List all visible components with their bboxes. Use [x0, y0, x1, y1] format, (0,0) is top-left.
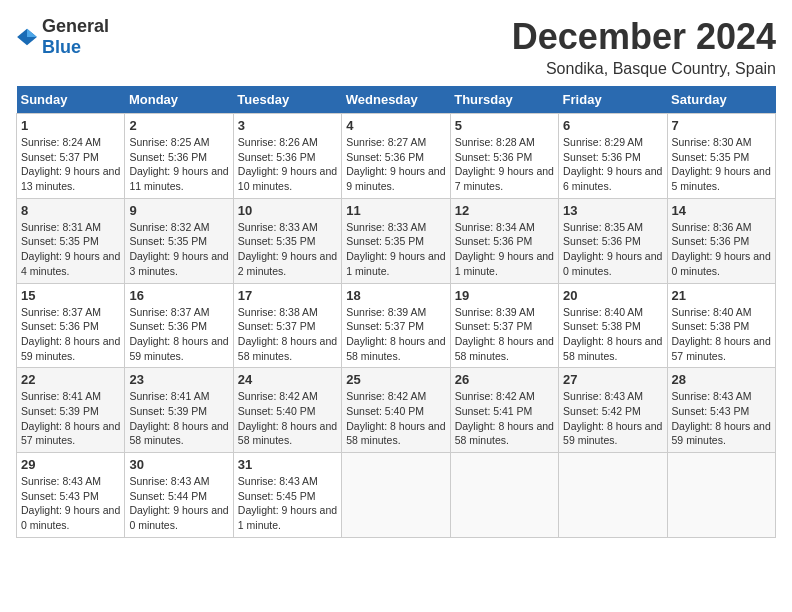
- day-info: Sunrise: 8:41 AM Sunset: 5:39 PM Dayligh…: [129, 389, 228, 448]
- calendar-cell: 31Sunrise: 8:43 AM Sunset: 5:45 PM Dayli…: [233, 453, 341, 538]
- day-info: Sunrise: 8:43 AM Sunset: 5:43 PM Dayligh…: [21, 474, 120, 533]
- day-number: 17: [238, 288, 337, 303]
- day-number: 3: [238, 118, 337, 133]
- calendar-cell: 22Sunrise: 8:41 AM Sunset: 5:39 PM Dayli…: [17, 368, 125, 453]
- day-info: Sunrise: 8:42 AM Sunset: 5:41 PM Dayligh…: [455, 389, 554, 448]
- calendar-cell: 27Sunrise: 8:43 AM Sunset: 5:42 PM Dayli…: [559, 368, 667, 453]
- calendar-cell: 29Sunrise: 8:43 AM Sunset: 5:43 PM Dayli…: [17, 453, 125, 538]
- day-info: Sunrise: 8:43 AM Sunset: 5:43 PM Dayligh…: [672, 389, 771, 448]
- calendar-cell: 19Sunrise: 8:39 AM Sunset: 5:37 PM Dayli…: [450, 283, 558, 368]
- day-info: Sunrise: 8:40 AM Sunset: 5:38 PM Dayligh…: [672, 305, 771, 364]
- calendar-cell: 5Sunrise: 8:28 AM Sunset: 5:36 PM Daylig…: [450, 114, 558, 199]
- calendar-cell: 10Sunrise: 8:33 AM Sunset: 5:35 PM Dayli…: [233, 198, 341, 283]
- logo: General Blue: [16, 16, 109, 58]
- calendar-cell: 9Sunrise: 8:32 AM Sunset: 5:35 PM Daylig…: [125, 198, 233, 283]
- calendar-cell: [667, 453, 775, 538]
- title-area: December 2024 Sondika, Basque Country, S…: [512, 16, 776, 78]
- day-number: 11: [346, 203, 445, 218]
- calendar-cell: 30Sunrise: 8:43 AM Sunset: 5:44 PM Dayli…: [125, 453, 233, 538]
- day-info: Sunrise: 8:43 AM Sunset: 5:44 PM Dayligh…: [129, 474, 228, 533]
- column-header-thursday: Thursday: [450, 86, 558, 114]
- day-number: 15: [21, 288, 120, 303]
- calendar-table: SundayMondayTuesdayWednesdayThursdayFrid…: [16, 86, 776, 538]
- calendar-cell: 14Sunrise: 8:36 AM Sunset: 5:36 PM Dayli…: [667, 198, 775, 283]
- header: General Blue December 2024 Sondika, Basq…: [16, 16, 776, 78]
- day-number: 9: [129, 203, 228, 218]
- calendar-cell: 6Sunrise: 8:29 AM Sunset: 5:36 PM Daylig…: [559, 114, 667, 199]
- calendar-cell: [342, 453, 450, 538]
- day-number: 29: [21, 457, 120, 472]
- day-info: Sunrise: 8:34 AM Sunset: 5:36 PM Dayligh…: [455, 220, 554, 279]
- calendar-cell: 16Sunrise: 8:37 AM Sunset: 5:36 PM Dayli…: [125, 283, 233, 368]
- calendar-week-4: 22Sunrise: 8:41 AM Sunset: 5:39 PM Dayli…: [17, 368, 776, 453]
- day-number: 27: [563, 372, 662, 387]
- day-number: 19: [455, 288, 554, 303]
- calendar-cell: 4Sunrise: 8:27 AM Sunset: 5:36 PM Daylig…: [342, 114, 450, 199]
- day-info: Sunrise: 8:26 AM Sunset: 5:36 PM Dayligh…: [238, 135, 337, 194]
- day-number: 5: [455, 118, 554, 133]
- day-info: Sunrise: 8:35 AM Sunset: 5:36 PM Dayligh…: [563, 220, 662, 279]
- day-number: 7: [672, 118, 771, 133]
- day-info: Sunrise: 8:40 AM Sunset: 5:38 PM Dayligh…: [563, 305, 662, 364]
- day-info: Sunrise: 8:31 AM Sunset: 5:35 PM Dayligh…: [21, 220, 120, 279]
- day-number: 4: [346, 118, 445, 133]
- calendar-cell: 11Sunrise: 8:33 AM Sunset: 5:35 PM Dayli…: [342, 198, 450, 283]
- day-info: Sunrise: 8:38 AM Sunset: 5:37 PM Dayligh…: [238, 305, 337, 364]
- column-header-monday: Monday: [125, 86, 233, 114]
- day-number: 13: [563, 203, 662, 218]
- day-number: 31: [238, 457, 337, 472]
- day-number: 23: [129, 372, 228, 387]
- day-number: 25: [346, 372, 445, 387]
- day-info: Sunrise: 8:43 AM Sunset: 5:45 PM Dayligh…: [238, 474, 337, 533]
- calendar-cell: 15Sunrise: 8:37 AM Sunset: 5:36 PM Dayli…: [17, 283, 125, 368]
- day-info: Sunrise: 8:29 AM Sunset: 5:36 PM Dayligh…: [563, 135, 662, 194]
- calendar-cell: 20Sunrise: 8:40 AM Sunset: 5:38 PM Dayli…: [559, 283, 667, 368]
- day-info: Sunrise: 8:42 AM Sunset: 5:40 PM Dayligh…: [346, 389, 445, 448]
- calendar-cell: 8Sunrise: 8:31 AM Sunset: 5:35 PM Daylig…: [17, 198, 125, 283]
- calendar-cell: 28Sunrise: 8:43 AM Sunset: 5:43 PM Dayli…: [667, 368, 775, 453]
- calendar-cell: 1Sunrise: 8:24 AM Sunset: 5:37 PM Daylig…: [17, 114, 125, 199]
- day-info: Sunrise: 8:33 AM Sunset: 5:35 PM Dayligh…: [238, 220, 337, 279]
- day-info: Sunrise: 8:43 AM Sunset: 5:42 PM Dayligh…: [563, 389, 662, 448]
- calendar-cell: 24Sunrise: 8:42 AM Sunset: 5:40 PM Dayli…: [233, 368, 341, 453]
- day-number: 26: [455, 372, 554, 387]
- day-number: 6: [563, 118, 662, 133]
- day-number: 10: [238, 203, 337, 218]
- day-number: 1: [21, 118, 120, 133]
- header-row: SundayMondayTuesdayWednesdayThursdayFrid…: [17, 86, 776, 114]
- calendar-week-1: 1Sunrise: 8:24 AM Sunset: 5:37 PM Daylig…: [17, 114, 776, 199]
- location-title: Sondika, Basque Country, Spain: [512, 60, 776, 78]
- calendar-cell: 2Sunrise: 8:25 AM Sunset: 5:36 PM Daylig…: [125, 114, 233, 199]
- calendar-week-5: 29Sunrise: 8:43 AM Sunset: 5:43 PM Dayli…: [17, 453, 776, 538]
- day-info: Sunrise: 8:27 AM Sunset: 5:36 PM Dayligh…: [346, 135, 445, 194]
- logo-general: General: [42, 16, 109, 36]
- day-info: Sunrise: 8:25 AM Sunset: 5:36 PM Dayligh…: [129, 135, 228, 194]
- logo-icon: [16, 26, 38, 48]
- calendar-week-3: 15Sunrise: 8:37 AM Sunset: 5:36 PM Dayli…: [17, 283, 776, 368]
- column-header-friday: Friday: [559, 86, 667, 114]
- logo-blue: Blue: [42, 37, 81, 57]
- day-info: Sunrise: 8:24 AM Sunset: 5:37 PM Dayligh…: [21, 135, 120, 194]
- day-number: 30: [129, 457, 228, 472]
- calendar-cell: 23Sunrise: 8:41 AM Sunset: 5:39 PM Dayli…: [125, 368, 233, 453]
- calendar-cell: [450, 453, 558, 538]
- column-header-tuesday: Tuesday: [233, 86, 341, 114]
- calendar-cell: 26Sunrise: 8:42 AM Sunset: 5:41 PM Dayli…: [450, 368, 558, 453]
- calendar-cell: 13Sunrise: 8:35 AM Sunset: 5:36 PM Dayli…: [559, 198, 667, 283]
- column-header-saturday: Saturday: [667, 86, 775, 114]
- day-number: 16: [129, 288, 228, 303]
- day-info: Sunrise: 8:32 AM Sunset: 5:35 PM Dayligh…: [129, 220, 228, 279]
- day-number: 21: [672, 288, 771, 303]
- day-number: 12: [455, 203, 554, 218]
- calendar-cell: 3Sunrise: 8:26 AM Sunset: 5:36 PM Daylig…: [233, 114, 341, 199]
- svg-marker-1: [27, 29, 37, 37]
- calendar-cell: 12Sunrise: 8:34 AM Sunset: 5:36 PM Dayli…: [450, 198, 558, 283]
- calendar-week-2: 8Sunrise: 8:31 AM Sunset: 5:35 PM Daylig…: [17, 198, 776, 283]
- calendar-cell: 17Sunrise: 8:38 AM Sunset: 5:37 PM Dayli…: [233, 283, 341, 368]
- day-number: 8: [21, 203, 120, 218]
- day-info: Sunrise: 8:39 AM Sunset: 5:37 PM Dayligh…: [346, 305, 445, 364]
- day-info: Sunrise: 8:30 AM Sunset: 5:35 PM Dayligh…: [672, 135, 771, 194]
- day-number: 2: [129, 118, 228, 133]
- day-info: Sunrise: 8:33 AM Sunset: 5:35 PM Dayligh…: [346, 220, 445, 279]
- day-number: 24: [238, 372, 337, 387]
